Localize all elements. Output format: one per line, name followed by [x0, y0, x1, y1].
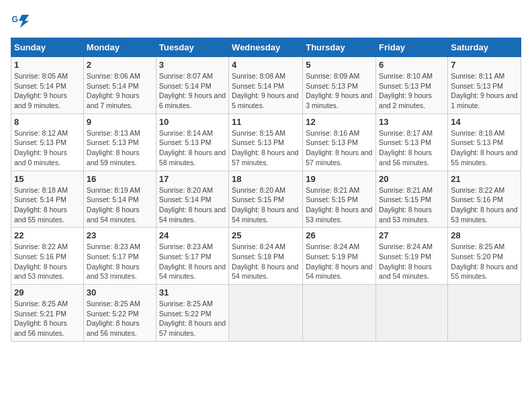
- calendar-cell: [376, 285, 448, 342]
- day-number: 2: [87, 60, 153, 70]
- calendar-cell: 13Sunrise: 8:17 AM Sunset: 5:13 PM Dayli…: [376, 113, 448, 171]
- calendar-cell: 17Sunrise: 8:20 AM Sunset: 5:14 PM Dayli…: [156, 171, 228, 228]
- day-number: 12: [306, 117, 373, 127]
- calendar-cell: 25Sunrise: 8:24 AM Sunset: 5:18 PM Dayli…: [229, 228, 303, 285]
- day-number: 5: [306, 60, 373, 70]
- day-detail: Sunrise: 8:20 AM Sunset: 5:14 PM Dayligh…: [159, 185, 226, 225]
- day-number: 26: [306, 230, 373, 240]
- calendar-cell: 4Sunrise: 8:08 AM Sunset: 5:14 PM Daylig…: [229, 57, 303, 114]
- day-detail: Sunrise: 8:07 AM Sunset: 5:14 PM Dayligh…: [159, 71, 226, 111]
- calendar-cell: [229, 285, 303, 342]
- day-detail: Sunrise: 8:18 AM Sunset: 5:14 PM Dayligh…: [14, 185, 81, 225]
- col-header-saturday: Saturday: [448, 38, 521, 57]
- calendar-cell: 1Sunrise: 8:05 AM Sunset: 5:14 PM Daylig…: [11, 57, 84, 114]
- day-number: 4: [232, 60, 300, 70]
- calendar-week: 15Sunrise: 8:18 AM Sunset: 5:14 PM Dayli…: [11, 171, 521, 228]
- day-detail: Sunrise: 8:11 AM Sunset: 5:13 PM Dayligh…: [451, 71, 518, 111]
- calendar-cell: 29Sunrise: 8:25 AM Sunset: 5:21 PM Dayli…: [11, 285, 84, 342]
- calendar-cell: 2Sunrise: 8:06 AM Sunset: 5:14 PM Daylig…: [83, 57, 156, 114]
- day-number: 22: [14, 230, 81, 240]
- svg-marker-1: [19, 15, 29, 28]
- day-number: 6: [379, 60, 445, 70]
- calendar-cell: [303, 285, 376, 342]
- day-detail: Sunrise: 8:23 AM Sunset: 5:17 PM Dayligh…: [87, 242, 153, 281]
- day-number: 16: [87, 174, 153, 184]
- calendar-cell: 14Sunrise: 8:18 AM Sunset: 5:13 PM Dayli…: [448, 113, 521, 171]
- day-detail: Sunrise: 8:15 AM Sunset: 5:13 PM Dayligh…: [232, 128, 300, 168]
- calendar-cell: 22Sunrise: 8:22 AM Sunset: 5:16 PM Dayli…: [11, 228, 84, 285]
- day-number: 17: [159, 174, 226, 184]
- calendar-cell: 15Sunrise: 8:18 AM Sunset: 5:14 PM Dayli…: [11, 171, 84, 228]
- calendar-cell: 30Sunrise: 8:25 AM Sunset: 5:22 PM Dayli…: [83, 285, 156, 342]
- day-number: 31: [159, 287, 226, 298]
- calendar-cell: 7Sunrise: 8:11 AM Sunset: 5:13 PM Daylig…: [448, 57, 521, 114]
- calendar-cell: 10Sunrise: 8:14 AM Sunset: 5:13 PM Dayli…: [156, 113, 228, 171]
- day-detail: Sunrise: 8:21 AM Sunset: 5:15 PM Dayligh…: [306, 185, 373, 225]
- logo-icon: G: [11, 11, 31, 31]
- calendar-cell: 27Sunrise: 8:24 AM Sunset: 5:19 PM Dayli…: [376, 228, 448, 285]
- calendar-cell: 9Sunrise: 8:13 AM Sunset: 5:13 PM Daylig…: [83, 113, 156, 171]
- day-number: 18: [232, 174, 300, 184]
- day-detail: Sunrise: 8:17 AM Sunset: 5:13 PM Dayligh…: [379, 128, 445, 168]
- day-detail: Sunrise: 8:09 AM Sunset: 5:13 PM Dayligh…: [306, 71, 373, 111]
- calendar-week: 29Sunrise: 8:25 AM Sunset: 5:21 PM Dayli…: [11, 285, 521, 342]
- day-number: 7: [451, 60, 518, 70]
- day-detail: Sunrise: 8:06 AM Sunset: 5:14 PM Dayligh…: [87, 71, 153, 111]
- day-number: 15: [14, 174, 81, 184]
- calendar-cell: 21Sunrise: 8:22 AM Sunset: 5:16 PM Dayli…: [448, 171, 521, 228]
- day-detail: Sunrise: 8:23 AM Sunset: 5:17 PM Dayligh…: [159, 242, 226, 281]
- day-detail: Sunrise: 8:18 AM Sunset: 5:13 PM Dayligh…: [451, 128, 518, 168]
- logo: G: [11, 11, 34, 31]
- day-number: 10: [159, 117, 226, 127]
- day-number: 8: [14, 117, 81, 127]
- day-detail: Sunrise: 8:22 AM Sunset: 5:16 PM Dayligh…: [14, 242, 81, 281]
- calendar-cell: 8Sunrise: 8:12 AM Sunset: 5:13 PM Daylig…: [11, 113, 84, 171]
- day-detail: Sunrise: 8:08 AM Sunset: 5:14 PM Dayligh…: [232, 71, 300, 111]
- page-header: G: [11, 11, 521, 31]
- day-number: 1: [14, 60, 81, 70]
- calendar-cell: 26Sunrise: 8:24 AM Sunset: 5:19 PM Dayli…: [303, 228, 376, 285]
- svg-text:G: G: [12, 15, 18, 24]
- calendar-cell: 11Sunrise: 8:15 AM Sunset: 5:13 PM Dayli…: [229, 113, 303, 171]
- day-number: 3: [159, 60, 226, 70]
- calendar-cell: 18Sunrise: 8:20 AM Sunset: 5:15 PM Dayli…: [229, 171, 303, 228]
- col-header-sunday: Sunday: [11, 38, 84, 57]
- calendar-cell: 23Sunrise: 8:23 AM Sunset: 5:17 PM Dayli…: [83, 228, 156, 285]
- day-detail: Sunrise: 8:14 AM Sunset: 5:13 PM Dayligh…: [159, 128, 226, 168]
- col-header-monday: Monday: [83, 38, 156, 57]
- calendar-cell: 31Sunrise: 8:25 AM Sunset: 5:22 PM Dayli…: [156, 285, 228, 342]
- calendar-week: 1Sunrise: 8:05 AM Sunset: 5:14 PM Daylig…: [11, 57, 521, 114]
- day-detail: Sunrise: 8:25 AM Sunset: 5:21 PM Dayligh…: [14, 299, 81, 338]
- day-detail: Sunrise: 8:24 AM Sunset: 5:19 PM Dayligh…: [379, 242, 445, 281]
- calendar-cell: 3Sunrise: 8:07 AM Sunset: 5:14 PM Daylig…: [156, 57, 228, 114]
- day-detail: Sunrise: 8:21 AM Sunset: 5:15 PM Dayligh…: [379, 185, 445, 225]
- calendar-table: SundayMondayTuesdayWednesdayThursdayFrid…: [11, 38, 521, 342]
- day-detail: Sunrise: 8:25 AM Sunset: 5:22 PM Dayligh…: [87, 299, 153, 338]
- day-number: 29: [14, 287, 81, 298]
- day-number: 25: [232, 230, 300, 240]
- calendar-cell: 28Sunrise: 8:25 AM Sunset: 5:20 PM Dayli…: [448, 228, 521, 285]
- calendar-cell: 19Sunrise: 8:21 AM Sunset: 5:15 PM Dayli…: [303, 171, 376, 228]
- calendar-cell: 5Sunrise: 8:09 AM Sunset: 5:13 PM Daylig…: [303, 57, 376, 114]
- col-header-thursday: Thursday: [303, 38, 376, 57]
- col-header-wednesday: Wednesday: [229, 38, 303, 57]
- day-detail: Sunrise: 8:12 AM Sunset: 5:13 PM Dayligh…: [14, 128, 81, 168]
- day-detail: Sunrise: 8:22 AM Sunset: 5:16 PM Dayligh…: [451, 185, 518, 225]
- day-number: 9: [87, 117, 153, 127]
- day-number: 28: [451, 230, 518, 240]
- day-number: 21: [451, 174, 518, 184]
- day-number: 24: [159, 230, 226, 240]
- day-detail: Sunrise: 8:20 AM Sunset: 5:15 PM Dayligh…: [232, 185, 300, 225]
- day-detail: Sunrise: 8:16 AM Sunset: 5:13 PM Dayligh…: [306, 128, 373, 168]
- calendar-cell: [448, 285, 521, 342]
- day-detail: Sunrise: 8:25 AM Sunset: 5:20 PM Dayligh…: [451, 242, 518, 281]
- day-detail: Sunrise: 8:19 AM Sunset: 5:14 PM Dayligh…: [87, 185, 153, 225]
- day-detail: Sunrise: 8:24 AM Sunset: 5:19 PM Dayligh…: [306, 242, 373, 281]
- col-header-friday: Friday: [376, 38, 448, 57]
- day-number: 23: [87, 230, 153, 240]
- col-header-tuesday: Tuesday: [156, 38, 228, 57]
- day-number: 11: [232, 117, 300, 127]
- day-number: 14: [451, 117, 518, 127]
- calendar-week: 8Sunrise: 8:12 AM Sunset: 5:13 PM Daylig…: [11, 113, 521, 171]
- day-detail: Sunrise: 8:13 AM Sunset: 5:13 PM Dayligh…: [87, 128, 153, 168]
